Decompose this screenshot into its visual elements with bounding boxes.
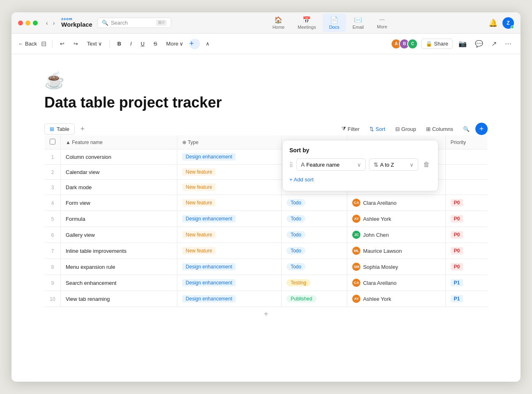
overflow-button[interactable]: ⋯ bbox=[502, 38, 514, 49]
group-icon: ⊟ bbox=[395, 126, 400, 132]
assignee-avatar-4: CA bbox=[352, 199, 360, 207]
row-feature-2: Calendar view bbox=[61, 165, 177, 180]
status-badge-7: Todo bbox=[287, 247, 305, 254]
underline-button[interactable]: U bbox=[138, 39, 148, 48]
sort-delete-button[interactable]: 🗑 bbox=[422, 159, 431, 170]
row-priority-3 bbox=[445, 180, 487, 195]
filter-button[interactable]: ⧩ Filter bbox=[337, 124, 364, 134]
bold-button[interactable]: B bbox=[114, 39, 124, 48]
sort-order-select[interactable]: ⇅ A to Z ∨ bbox=[369, 158, 418, 171]
toolbar: ← Back ⊟ ↩ ↪ Text ∨ B I U S More ∨ + ∧ bbox=[11, 34, 521, 54]
back-arrow[interactable]: ‹ bbox=[44, 19, 50, 27]
add-row-cell[interactable]: + bbox=[45, 307, 488, 322]
select-all-checkbox[interactable] bbox=[50, 139, 55, 144]
add-row-blue-button[interactable]: + bbox=[475, 123, 488, 135]
table-view-button[interactable]: ⊞ Table bbox=[44, 124, 75, 135]
sort-row: ⣿ A Feature name ∨ ⇅ A to Z ∨ 🗑 bbox=[289, 158, 431, 171]
row-feature-5: Formula bbox=[61, 211, 177, 227]
filter-label: Filter bbox=[348, 126, 360, 132]
sort-field-icon: A bbox=[301, 161, 305, 168]
forward-arrow[interactable]: › bbox=[51, 19, 57, 27]
assignee-avatar-5: AY bbox=[352, 215, 360, 223]
row-assignee-10: AY Ashlee York bbox=[347, 291, 445, 307]
export-button[interactable]: ↗ bbox=[489, 38, 499, 49]
priority-badge-9: P1 bbox=[451, 279, 463, 286]
toolbar-right: A B C 🔒 Share 📷 💬 ↗ ⋯ bbox=[391, 38, 514, 49]
row-type-1: Design enhancement bbox=[177, 149, 282, 165]
row-feature-3: Dark mode bbox=[61, 180, 177, 195]
row-feature-4: Form view bbox=[61, 195, 177, 211]
add-row-row[interactable]: + bbox=[45, 307, 488, 322]
sort-order-label: A to Z bbox=[380, 162, 394, 168]
tab-more[interactable]: ··· More bbox=[370, 14, 394, 32]
back-arrow-icon: ← bbox=[18, 41, 23, 47]
nav-arrows: ‹ › bbox=[44, 19, 56, 27]
text-format-button[interactable]: Text ∨ bbox=[84, 39, 105, 48]
assignee-name-6: John Chen bbox=[363, 232, 389, 238]
table-icon: ⊞ bbox=[50, 126, 54, 132]
assignee-name-5: Ashlee York bbox=[363, 216, 391, 222]
sort-panel-title: Sort by bbox=[289, 147, 431, 153]
sidebar-toggle-button[interactable]: ⊟ bbox=[39, 38, 48, 49]
notification-icon[interactable]: 🔔 bbox=[488, 18, 498, 27]
tab-email-label: Email bbox=[353, 25, 364, 30]
back-label: Back bbox=[25, 41, 37, 47]
sort-field-select[interactable]: A Feature name ∨ bbox=[296, 158, 366, 171]
italic-button[interactable]: I bbox=[127, 39, 135, 48]
columns-button[interactable]: ⊞ Columns bbox=[422, 124, 457, 134]
search-table-button[interactable]: 🔍 bbox=[459, 124, 474, 134]
more-format-label: More bbox=[166, 41, 179, 47]
sort-button[interactable]: ⇅ Sort bbox=[365, 124, 390, 134]
status-badge-5: Todo bbox=[287, 215, 305, 222]
tab-email[interactable]: ✉️ Email bbox=[346, 14, 371, 32]
priority-badge-4: P0 bbox=[451, 199, 463, 206]
underline-label: U bbox=[141, 41, 144, 47]
more-icon: ··· bbox=[379, 16, 385, 23]
comment-button[interactable]: 💬 bbox=[472, 38, 486, 49]
brand-name: Workplace bbox=[61, 21, 92, 28]
priority-badge-8: P0 bbox=[451, 263, 463, 270]
assignee-cell-7: ML Maurice Lawson bbox=[352, 247, 440, 255]
more-format-caret: ∨ bbox=[179, 41, 183, 47]
row-assignee-6: JC John Chen bbox=[347, 227, 445, 243]
close-button[interactable] bbox=[18, 21, 23, 25]
nav-tabs: 🏠 Home 📅 Meetings 📄 Docs ✉️ Email ··· Mo… bbox=[266, 14, 394, 32]
row-priority-4: P0 bbox=[445, 195, 487, 211]
insert-button[interactable]: + bbox=[189, 39, 200, 49]
tab-docs[interactable]: 📄 Docs bbox=[323, 14, 346, 32]
table-row: 6 Gallery view New feature Todo JC John … bbox=[45, 227, 488, 243]
fullscreen-button[interactable] bbox=[33, 21, 38, 25]
tab-home[interactable]: 🏠 Home bbox=[266, 14, 291, 32]
title-bar: ‹ › zoom Workplace 🔍 Search ⌘F 🏠 Home 📅 … bbox=[11, 12, 521, 34]
row-type-5: Design enhancement bbox=[177, 211, 282, 227]
redo-button[interactable]: ↪ bbox=[70, 39, 81, 48]
row-priority-2 bbox=[445, 165, 487, 180]
row-feature-8: Menu expansion rule bbox=[61, 259, 177, 275]
group-button[interactable]: ⊟ Group bbox=[391, 124, 420, 134]
drag-handle-icon[interactable]: ⣿ bbox=[289, 162, 293, 167]
strikethrough-button[interactable]: S bbox=[150, 39, 161, 48]
user-avatar[interactable]: Z bbox=[502, 17, 514, 29]
row-assignee-5: AY Ashlee York bbox=[347, 211, 445, 227]
sort-field-label: Feature name bbox=[306, 162, 339, 168]
more-format-button[interactable]: More ∨ bbox=[163, 39, 187, 48]
row-type-2: New feature bbox=[177, 165, 282, 180]
undo-button[interactable]: ↩ bbox=[57, 39, 68, 48]
add-sort-button[interactable]: + Add sort bbox=[289, 175, 314, 184]
row-feature-6: Gallery view bbox=[61, 227, 177, 243]
row-checkbox-2: 2 bbox=[45, 165, 61, 180]
video-button[interactable]: 📷 bbox=[456, 38, 469, 49]
collapse-button[interactable]: ∧ bbox=[202, 39, 213, 48]
row-type-4: New feature bbox=[177, 195, 282, 211]
back-button[interactable]: ← Back bbox=[18, 41, 37, 47]
priority-badge-5: P0 bbox=[451, 215, 463, 222]
sort-field-caret: ∨ bbox=[357, 162, 361, 168]
sort-icon: ⇅ bbox=[369, 126, 374, 132]
add-view-button[interactable]: + bbox=[77, 124, 88, 134]
share-button[interactable]: 🔒 Share bbox=[421, 39, 453, 49]
tab-home-label: Home bbox=[273, 25, 284, 30]
tab-meetings[interactable]: 📅 Meetings bbox=[291, 14, 323, 32]
minimize-button[interactable] bbox=[25, 21, 30, 25]
search-bar[interactable]: 🔍 Search ⌘F bbox=[97, 18, 171, 28]
row-checkbox-10: 10 bbox=[45, 291, 61, 307]
